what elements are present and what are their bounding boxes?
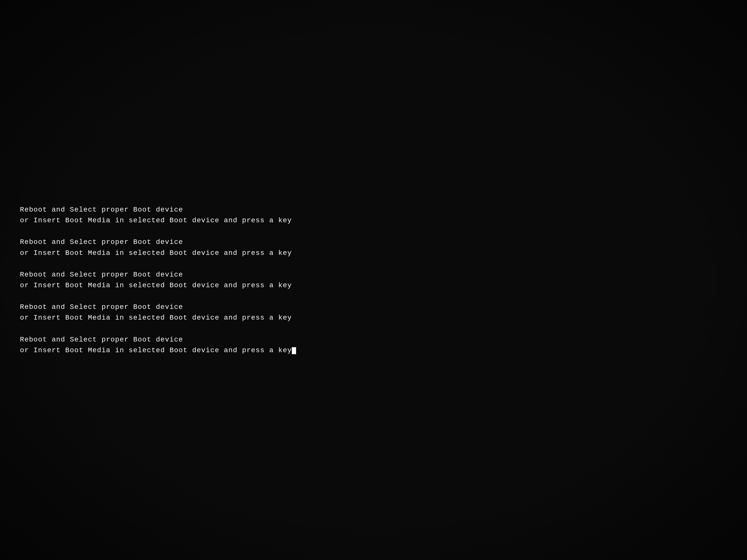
- boot-message-4: Reboot and Select proper Boot deviceor I…: [20, 302, 727, 323]
- boot-line-2-2: or Insert Boot Media in selected Boot de…: [20, 248, 727, 258]
- boot-line-1-4: Reboot and Select proper Boot device: [20, 302, 727, 312]
- boot-line-2-3: or Insert Boot Media in selected Boot de…: [20, 281, 727, 290]
- boot-message-1: Reboot and Select proper Boot deviceor I…: [20, 205, 727, 225]
- messages-container: Reboot and Select proper Boot deviceor I…: [20, 205, 727, 355]
- boot-line-2-4: or Insert Boot Media in selected Boot de…: [20, 313, 727, 323]
- boot-line-1-5: Reboot and Select proper Boot device: [20, 335, 727, 344]
- boot-line-1-3: Reboot and Select proper Boot device: [20, 270, 727, 279]
- boot-message-5: Reboot and Select proper Boot deviceor I…: [20, 335, 727, 355]
- boot-line-1-1: Reboot and Select proper Boot device: [20, 205, 727, 215]
- boot-message-2: Reboot and Select proper Boot deviceor I…: [20, 237, 727, 258]
- boot-line-2-1: or Insert Boot Media in selected Boot de…: [20, 216, 727, 225]
- boot-message-3: Reboot and Select proper Boot deviceor I…: [20, 270, 727, 290]
- boot-line-1-2: Reboot and Select proper Boot device: [20, 237, 727, 247]
- text-cursor: [292, 347, 296, 354]
- bios-error-screen: Reboot and Select proper Boot deviceor I…: [0, 0, 747, 560]
- boot-line-2-5: or Insert Boot Media in selected Boot de…: [20, 345, 727, 355]
